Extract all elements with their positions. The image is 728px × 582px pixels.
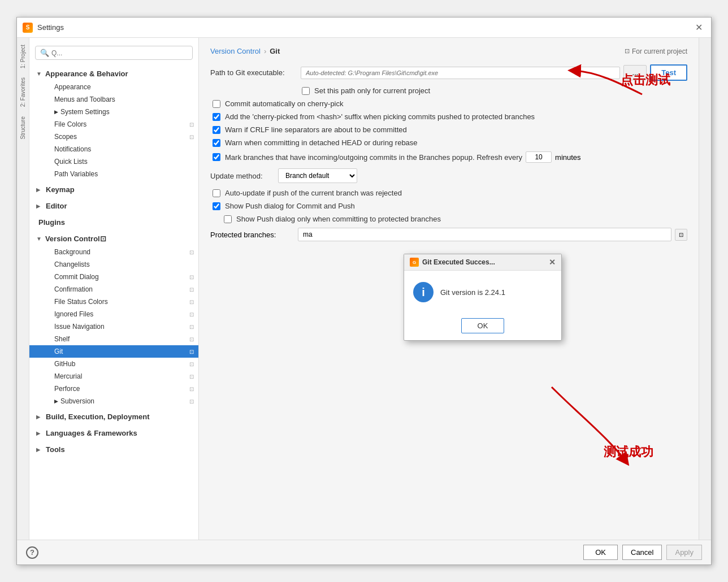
build-group[interactable]: ▶ Build, Execution, Deployment bbox=[29, 410, 198, 424]
languages-arrow: ▶ bbox=[36, 431, 40, 436]
keymap-label: Keymap bbox=[46, 185, 75, 194]
sidebar-item-appearance[interactable]: Appearance bbox=[29, 81, 198, 93]
file-status-colors-label: File Status Colors bbox=[54, 298, 108, 306]
sidebar-item-system[interactable]: ▶ System Settings bbox=[29, 106, 198, 118]
modal-close-button[interactable]: ✕ bbox=[549, 258, 556, 267]
sidebar: 🔍 ▼ Appearance & Behavior Appearance Men… bbox=[29, 38, 199, 540]
refresh-minutes-input[interactable] bbox=[526, 151, 552, 163]
search-box[interactable]: 🔍 bbox=[35, 46, 193, 60]
sidebar-item-issue-nav[interactable]: Issue Navigation ⊡ bbox=[29, 320, 198, 333]
test-button[interactable]: Test bbox=[650, 64, 687, 81]
update-method-select[interactable]: Branch default bbox=[278, 168, 357, 183]
modal-ok-button[interactable]: OK bbox=[461, 318, 505, 333]
editor-arrow: ▶ bbox=[36, 203, 40, 209]
background-label: Background bbox=[54, 248, 90, 256]
ignored-files-label: Ignored Files bbox=[54, 310, 93, 318]
left-tab-project[interactable]: 1: Project bbox=[19, 40, 27, 73]
search-icon: 🔍 bbox=[40, 49, 49, 57]
issue-nav-label: Issue Navigation bbox=[54, 323, 105, 331]
arrow-to-success bbox=[495, 381, 665, 494]
plugins-label: Plugins bbox=[38, 218, 65, 227]
sidebar-item-ignored-files[interactable]: Ignored Files ⊡ bbox=[29, 308, 198, 320]
cherry-pick-label: Commit automatically on cherry-pick bbox=[225, 99, 344, 108]
ok-button[interactable]: OK bbox=[583, 545, 618, 560]
sidebar-item-filecolors[interactable]: File Colors ⊡ bbox=[29, 118, 198, 131]
languages-section: ▶ Languages & Frameworks bbox=[29, 425, 198, 441]
sidebar-item-changelists[interactable]: Changelists bbox=[29, 258, 198, 271]
commit-dialog-label: Commit Dialog bbox=[54, 273, 99, 281]
filecolors-icon: ⊡ bbox=[189, 121, 194, 128]
set-path-row: Set this path only for current project bbox=[210, 86, 687, 95]
sidebar-item-github[interactable]: GitHub ⊡ bbox=[29, 358, 198, 370]
sidebar-item-menus[interactable]: Menus and Toolbars bbox=[29, 93, 198, 106]
main-panel: Version Control › Git ⊡ For current proj… bbox=[199, 38, 699, 540]
appearance-arrow: ▼ bbox=[36, 71, 42, 77]
breadcrumb-separator: › bbox=[264, 47, 266, 55]
success-text: 测试成功 bbox=[604, 445, 653, 459]
search-input[interactable] bbox=[51, 49, 188, 57]
sidebar-item-file-status-colors[interactable]: File Status Colors ⊡ bbox=[29, 296, 198, 308]
sidebar-item-perforce[interactable]: Perforce ⊡ bbox=[29, 383, 198, 395]
git-label: Git bbox=[54, 348, 63, 355]
tools-group[interactable]: ▶ Tools bbox=[29, 442, 198, 457]
show-push-dialog-label: Show Push dialog for Commit and Push bbox=[225, 202, 355, 210]
sidebar-item-subversion[interactable]: ▶ Subversion ⊡ bbox=[29, 395, 198, 407]
browse-button[interactable]: ... bbox=[623, 65, 647, 80]
help-button[interactable]: ? bbox=[26, 546, 38, 559]
tools-section: ▶ Tools bbox=[29, 441, 198, 458]
sidebar-item-confirmation[interactable]: Confirmation ⊡ bbox=[29, 283, 198, 296]
update-method-label: Update method: bbox=[210, 172, 278, 180]
sidebar-item-git[interactable]: Git ⊡ bbox=[29, 345, 198, 358]
sidebar-item-shelf[interactable]: Shelf ⊡ bbox=[29, 333, 198, 345]
scopes-item-label: Scopes bbox=[54, 133, 77, 141]
check8-row: Show Push dialog only when committing to… bbox=[210, 215, 687, 223]
cancel-button[interactable]: Cancel bbox=[622, 545, 662, 560]
check2-row: Add the 'cherry-picked from <hash>' suff… bbox=[210, 112, 687, 121]
keymap-group[interactable]: ▶ Keymap bbox=[29, 183, 198, 197]
help-section: ? bbox=[26, 546, 38, 559]
set-path-checkbox[interactable] bbox=[302, 87, 310, 95]
vcs-section: ▼ Version Control ⊡ Background ⊡ Changel… bbox=[29, 231, 198, 409]
mark-branches-checkbox[interactable] bbox=[213, 153, 220, 161]
cherry-picked-suffix-checkbox[interactable] bbox=[213, 113, 220, 121]
keymap-arrow: ▶ bbox=[36, 187, 40, 193]
keymap-section: ▶ Keymap bbox=[29, 181, 198, 198]
modal-app-icon: G bbox=[410, 258, 419, 267]
auto-update-label: Auto-update if push of the current branc… bbox=[225, 189, 402, 197]
sidebar-item-mercurial[interactable]: Mercurial ⊡ bbox=[29, 370, 198, 383]
push-dialog-protected-checkbox[interactable] bbox=[224, 215, 232, 223]
project-icon: ⊡ bbox=[625, 47, 630, 55]
show-push-dialog-checkbox[interactable] bbox=[213, 202, 220, 210]
app-icon: S bbox=[23, 23, 33, 33]
plugins-group[interactable]: Plugins bbox=[29, 215, 198, 229]
protected-branches-input[interactable] bbox=[298, 228, 671, 241]
close-button[interactable]: ✕ bbox=[692, 21, 705, 34]
breadcrumb-current: Git bbox=[270, 47, 280, 55]
editor-group[interactable]: ▶ Editor bbox=[29, 199, 198, 213]
path-label: Path to Git executable: bbox=[210, 68, 301, 77]
appearance-label: Appearance & Behavior bbox=[45, 70, 128, 78]
sidebar-item-commit-dialog[interactable]: Commit Dialog ⊡ bbox=[29, 271, 198, 283]
apply-button[interactable]: Apply bbox=[666, 545, 702, 560]
appearance-group[interactable]: ▼ Appearance & Behavior bbox=[29, 67, 198, 81]
vcs-label: Version Control bbox=[45, 234, 100, 243]
sidebar-item-background[interactable]: Background ⊡ bbox=[29, 246, 198, 258]
git-path-input[interactable] bbox=[301, 67, 620, 79]
sidebar-item-pathvars[interactable]: Path Variables bbox=[29, 168, 198, 180]
detached-head-checkbox[interactable] bbox=[213, 139, 220, 147]
crlf-checkbox[interactable] bbox=[213, 126, 220, 134]
sidebar-item-scopes[interactable]: Scopes ⊡ bbox=[29, 131, 198, 143]
auto-update-checkbox[interactable] bbox=[213, 189, 220, 197]
protected-expand-button[interactable]: ⊡ bbox=[675, 229, 687, 241]
filecolors-item-label: File Colors bbox=[54, 120, 86, 128]
sidebar-item-notifications[interactable]: Notifications bbox=[29, 143, 198, 155]
shelf-label: Shelf bbox=[54, 335, 70, 343]
breadcrumb-parent[interactable]: Version Control bbox=[210, 47, 261, 55]
vcs-group[interactable]: ▼ Version Control ⊡ bbox=[29, 232, 198, 246]
cherry-pick-checkbox[interactable] bbox=[213, 100, 220, 108]
left-tab-structure[interactable]: Structure bbox=[19, 112, 27, 144]
languages-group[interactable]: ▶ Languages & Frameworks bbox=[29, 426, 198, 440]
sidebar-item-quicklists[interactable]: Quick Lists bbox=[29, 155, 198, 168]
left-tab-favorites[interactable]: 2: Favorites bbox=[19, 73, 27, 111]
tools-label: Tools bbox=[46, 445, 65, 454]
